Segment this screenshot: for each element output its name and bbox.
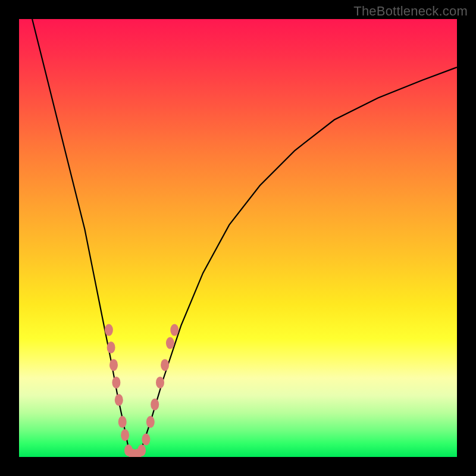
watermark-text: TheBottleneck.com bbox=[353, 4, 468, 19]
marker-point bbox=[115, 394, 123, 406]
marker-point bbox=[151, 399, 159, 411]
marker-point bbox=[142, 434, 150, 446]
marker-point bbox=[170, 324, 178, 336]
marker-point bbox=[112, 377, 120, 389]
marker-point bbox=[109, 359, 118, 371]
marker-point bbox=[118, 416, 127, 428]
frame-border-right bbox=[457, 0, 476, 476]
chart-plot-area bbox=[19, 19, 457, 457]
marker-point bbox=[137, 444, 146, 456]
frame-border-bottom bbox=[0, 457, 476, 476]
marker-point bbox=[161, 359, 169, 371]
marker-point bbox=[146, 416, 155, 428]
frame-border-left bbox=[0, 0, 19, 476]
chart-svg bbox=[19, 19, 457, 457]
bottleneck-curve-line bbox=[32, 19, 457, 457]
highlighted-markers-group bbox=[105, 324, 178, 457]
marker-point bbox=[156, 377, 164, 389]
marker-point bbox=[105, 324, 113, 336]
marker-point bbox=[166, 337, 174, 349]
marker-point bbox=[121, 429, 129, 441]
marker-point bbox=[107, 342, 115, 353]
